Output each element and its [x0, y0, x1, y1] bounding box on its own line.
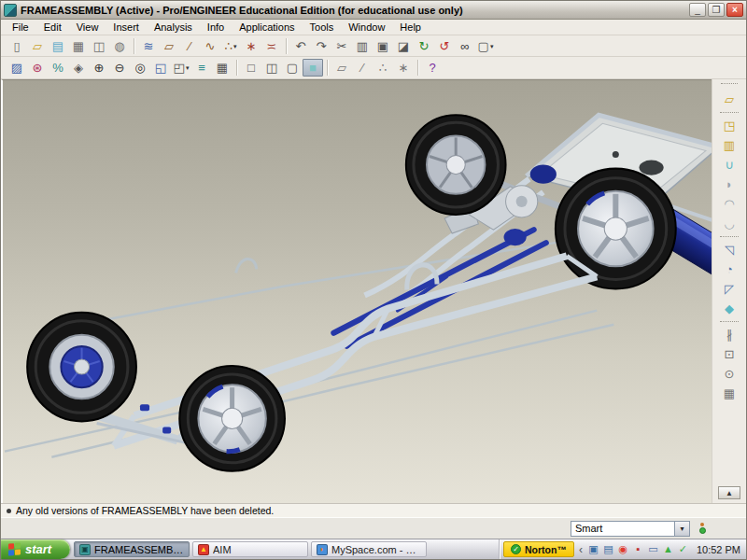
refit-button[interactable]: ◎ [130, 59, 150, 77]
reorient-button[interactable]: ◱ [150, 59, 171, 77]
rotational-blend-tool[interactable]: ◡ [718, 214, 740, 233]
menu-applications[interactable]: Applications [232, 21, 302, 35]
hidden-line-button[interactable]: ◫ [261, 59, 282, 77]
tray-chevron-icon[interactable]: ‹ [578, 543, 584, 556]
spin-center-button[interactable]: ⊛ [27, 59, 48, 77]
mirror-tool[interactable]: ⊙ [718, 364, 740, 384]
sweep-tool[interactable]: ∪ [718, 155, 740, 175]
save-button[interactable]: ▤ [48, 37, 68, 55]
dropdown-arrow-icon[interactable]: ▾ [186, 64, 190, 71]
graphics-viewport[interactable] [1, 79, 712, 503]
zoom-out-button[interactable]: ⊖ [109, 59, 130, 77]
model-rear-left-wheel[interactable] [406, 115, 506, 215]
close-button[interactable]: × [726, 3, 743, 17]
zoom-in-button[interactable]: ⊕ [89, 59, 109, 77]
wireframe-button[interactable]: □ [241, 59, 261, 77]
paste-special-button[interactable]: ◪ [393, 37, 414, 55]
menu-analysis[interactable]: Analysis [147, 21, 200, 35]
point-display-toggle[interactable]: ∴ [373, 59, 393, 77]
regenerate-button[interactable]: ↻ [414, 37, 434, 55]
find-button[interactable]: ∞ [455, 37, 475, 55]
menu-edit[interactable]: Edit [36, 21, 69, 35]
plane-display-toggle[interactable]: ▱ [331, 59, 352, 77]
model-front-right-wheel[interactable] [179, 366, 285, 471]
maximize-button[interactable]: ❐ [708, 3, 725, 17]
toolbar-separator [417, 60, 418, 76]
pattern-table-tool[interactable]: ▦ [718, 384, 740, 403]
model-rear-right-wheel[interactable] [556, 169, 676, 289]
chevron-down-icon[interactable]: ▾ [674, 522, 689, 536]
assemble-component-tool[interactable]: ◳ [718, 116, 740, 135]
style-tool[interactable]: ◆ [718, 299, 740, 318]
toolbar-grip[interactable] [721, 83, 738, 87]
task-frameassembly[interactable]: ▣ FRAMEASSEMBLY (Ac... [74, 541, 190, 557]
pattern-tool[interactable]: ⊡ [718, 344, 740, 364]
shaded-button[interactable]: ■ [303, 59, 323, 77]
view-manager-button[interactable]: ▦ [212, 59, 233, 77]
regenerate-custom-button[interactable]: ↺ [434, 37, 455, 55]
feature-tool-icon: ∪ [725, 158, 734, 172]
dropdown-arrow-icon[interactable]: ▾ [233, 43, 237, 49]
task-label: FRAMEASSEMBLY (Ac... [94, 544, 184, 555]
datum-csys-button[interactable]: ∗ [241, 37, 261, 55]
send-email-button[interactable]: ◫ [89, 37, 109, 55]
toolbar-overflow-button[interactable]: ▲ [718, 486, 740, 499]
new-file-button[interactable]: ▯ [7, 37, 27, 55]
datum-ruler-button[interactable]: ≍ [261, 37, 282, 55]
datum-plane-tool[interactable]: ▱ [718, 90, 740, 109]
context-help-button[interactable]: ? [422, 59, 443, 77]
revolve-tool[interactable]: ◔ [718, 259, 740, 279]
csys-display-toggle[interactable]: ∗ [393, 59, 414, 77]
menu-help[interactable]: Help [392, 21, 429, 35]
axis-display-toggle[interactable]: ∕ [352, 59, 373, 77]
layers-button[interactable]: ≡ [191, 59, 212, 77]
paste-button[interactable]: ▣ [373, 37, 393, 55]
norton-badge[interactable]: ✓ Norton™ [503, 541, 574, 557]
model-front-left-wheel[interactable] [27, 313, 136, 422]
antivirus-agent-icon[interactable]: ✓ [677, 543, 689, 555]
menu-window[interactable]: Window [341, 21, 392, 35]
menu-insert[interactable]: Insert [106, 21, 147, 35]
minimize-button[interactable]: _ [689, 3, 706, 17]
menu-file[interactable]: File [5, 21, 36, 35]
print-button[interactable]: ▦ [68, 37, 89, 55]
task-aim[interactable]: ▲ AIM [192, 541, 308, 557]
boundary-blend-tool[interactable]: ◸ [718, 279, 740, 299]
menu-tools[interactable]: Tools [303, 21, 342, 35]
menu-info[interactable]: Info [200, 21, 232, 35]
datum-curve-button[interactable]: ∿ [200, 37, 220, 55]
snapshot-button[interactable]: % [48, 59, 68, 77]
datum-plane-button[interactable]: ▱ [159, 37, 179, 55]
cut-button[interactable]: ✂ [331, 37, 352, 55]
task-myspace[interactable]: ◗ MySpace.com - Mozil... [311, 541, 427, 557]
extrude-tool[interactable]: ◹ [718, 240, 740, 259]
datum-point-button[interactable]: ∴▾ [220, 37, 241, 55]
helical-sweep-tool[interactable]: ◗ [718, 175, 740, 194]
create-component-tool[interactable]: ▥ [718, 135, 740, 155]
datum-spline-button[interactable]: ≋ [138, 37, 159, 55]
messenger-tray-icon[interactable]: ▪ [632, 543, 644, 555]
copy-button[interactable]: ▥ [352, 37, 373, 55]
repaint-button[interactable]: ▨ [7, 59, 27, 77]
selection-box-button[interactable]: ▢▾ [475, 37, 496, 55]
blend-tool[interactable]: ◠ [718, 194, 740, 214]
orient-mode-button[interactable]: ◈ [68, 59, 89, 77]
undo-button[interactable]: ↶ [290, 37, 311, 55]
saved-views-button[interactable]: ◰▾ [171, 59, 191, 77]
display-settings-icon[interactable]: ▭ [647, 543, 659, 555]
aim-tray-icon[interactable]: ◉ [617, 543, 629, 555]
wireless-signal-icon[interactable]: ▲ [662, 543, 674, 555]
open-file-button[interactable]: ▱ [27, 37, 48, 55]
selection-filter-dropdown[interactable]: Smart ▾ [571, 521, 690, 537]
title-bar[interactable]: FRAMEASSEMBLY (Active) - Pro/ENGINEER Ed… [1, 1, 746, 20]
remote-desktop-icon[interactable]: ▤ [602, 543, 614, 555]
model-player-button[interactable]: ◍ [109, 37, 130, 55]
datum-axis-button[interactable]: ∕ [179, 37, 200, 55]
start-button[interactable]: start [1, 539, 70, 559]
dropdown-arrow-icon[interactable]: ▾ [490, 43, 494, 49]
redo-button[interactable]: ↷ [311, 37, 331, 55]
network-computers-icon[interactable]: ▣ [587, 543, 599, 555]
no-hidden-button[interactable]: ▢ [282, 59, 303, 77]
menu-view[interactable]: View [69, 21, 106, 35]
merge-tool[interactable]: ∦ [718, 325, 740, 344]
